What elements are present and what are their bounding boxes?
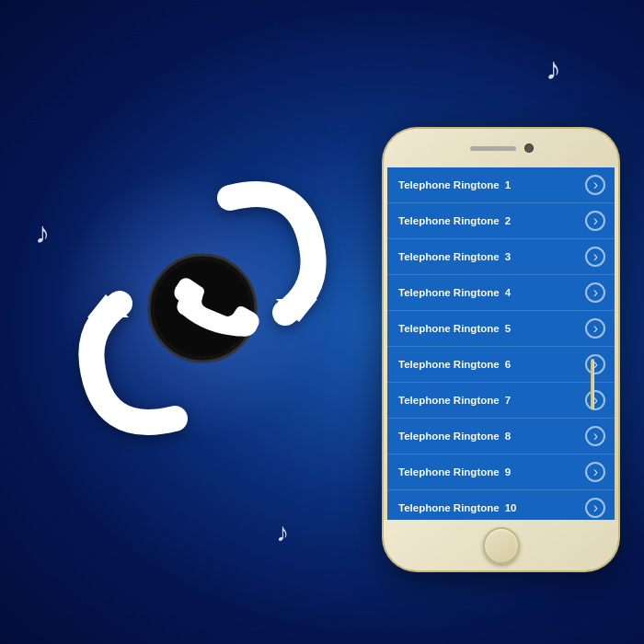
ringtone-name: Telephone Ringtone xyxy=(398,215,500,226)
ringtone-chevron-icon[interactable] xyxy=(585,390,605,410)
ringtone-list-item[interactable]: Telephone Ringtone5 xyxy=(387,311,615,347)
ringtone-list-item[interactable]: Telephone Ringtone6 xyxy=(387,347,615,383)
ringtone-list-item[interactable]: Telephone Ringtone3 xyxy=(387,239,615,275)
ringtone-number: 10 xyxy=(505,502,522,513)
smartphone: Telephone Ringtone1Telephone Ringtone2Te… xyxy=(384,129,618,570)
phone-camera xyxy=(525,144,533,152)
ringtone-chevron-icon[interactable] xyxy=(585,175,605,195)
ringtone-number: 4 xyxy=(505,287,522,298)
ringtone-name: Telephone Ringtone xyxy=(398,502,500,513)
music-note-icon: ♪ xyxy=(546,51,561,86)
ringtone-number: 5 xyxy=(505,323,522,334)
ringtone-number: 3 xyxy=(505,251,522,262)
ringtone-chevron-icon[interactable] xyxy=(585,282,605,303)
ringtone-name: Telephone Ringtone xyxy=(398,323,500,334)
ringtone-chevron-icon[interactable] xyxy=(585,318,605,339)
decorative-phone-illustration xyxy=(46,143,359,474)
ringtone-list-item[interactable]: Telephone Ringtone1 xyxy=(387,167,615,203)
ringtone-number: 2 xyxy=(505,215,522,226)
home-button[interactable] xyxy=(483,527,520,564)
phone-side-button xyxy=(591,359,594,409)
phone-bottom-bar xyxy=(384,520,618,570)
ringtone-chevron-icon[interactable] xyxy=(585,211,605,231)
ringtone-name: Telephone Ringtone xyxy=(398,431,500,442)
ringtone-chevron-icon[interactable] xyxy=(585,498,605,518)
phone-top-bar xyxy=(384,129,618,167)
ringtone-list-item[interactable]: Telephone Ringtone2 xyxy=(387,203,615,239)
ringtone-list-item[interactable]: Telephone Ringtone8 xyxy=(387,419,615,454)
ringtone-name: Telephone Ringtone xyxy=(398,395,500,406)
ringtone-list: Telephone Ringtone1Telephone Ringtone2Te… xyxy=(387,167,615,520)
ringtone-number: 7 xyxy=(505,395,522,406)
ringtone-number: 9 xyxy=(505,466,522,477)
ringtone-name: Telephone Ringtone xyxy=(398,251,500,262)
ringtone-list-item[interactable]: Telephone Ringtone9 xyxy=(387,454,615,490)
ringtone-name: Telephone Ringtone xyxy=(398,179,500,190)
ringtone-list-item[interactable]: Telephone Ringtone7 xyxy=(387,383,615,419)
ringtone-chevron-icon[interactable] xyxy=(585,426,605,446)
phone-screen: Telephone Ringtone1Telephone Ringtone2Te… xyxy=(387,167,615,520)
ringtone-name: Telephone Ringtone xyxy=(398,287,500,298)
ringtone-number: 8 xyxy=(505,431,522,442)
ringtone-number: 1 xyxy=(505,179,522,190)
ringtone-number: 6 xyxy=(505,359,522,370)
ringtone-chevron-icon[interactable] xyxy=(585,462,605,482)
ringtone-list-item[interactable]: Telephone Ringtone4 xyxy=(387,275,615,311)
phone-speaker xyxy=(470,146,516,151)
ringtone-name: Telephone Ringtone xyxy=(398,359,500,370)
ringtone-list-item[interactable]: Telephone Ringtone10 xyxy=(387,490,615,520)
ringtone-chevron-icon[interactable] xyxy=(585,247,605,267)
ringtone-chevron-icon[interactable] xyxy=(585,354,605,374)
ringtone-name: Telephone Ringtone xyxy=(398,466,500,477)
music-note-icon-bottom: ♪ xyxy=(276,518,289,547)
